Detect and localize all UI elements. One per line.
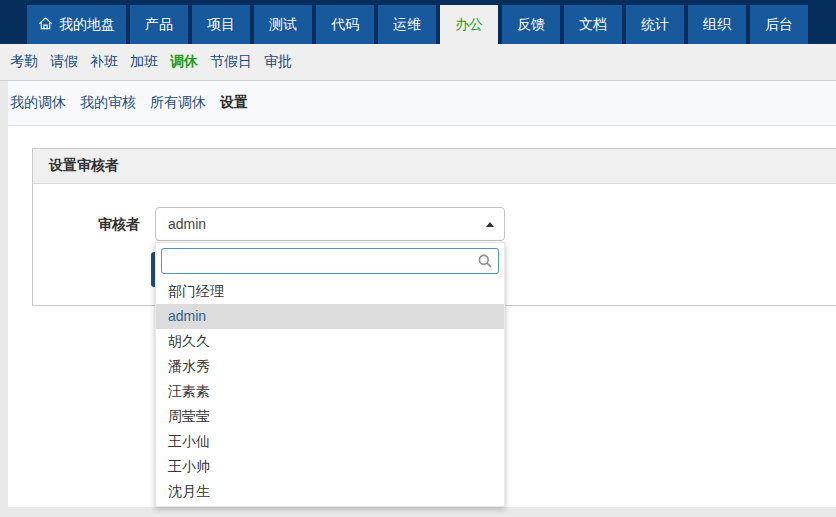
featurebar-item-all-lieu[interactable]: 所有调休 [150,94,206,112]
submenu-item-overtime[interactable]: 加班 [130,53,158,71]
nav-tab-feedback[interactable]: 反馈 [502,5,560,44]
dropdown-option[interactable]: 胡久久 [156,329,504,354]
featurebar-item-settings-active[interactable]: 设置 [220,94,248,112]
nav-tab-label: 代码 [331,16,359,34]
dropdown-option[interactable]: 王小仙 [156,429,504,454]
nav-tab-my-dashboard[interactable]: 我的地盘 [27,5,126,44]
dropdown-option[interactable]: 汪素素 [156,379,504,404]
nav-tab-label: 后台 [765,16,793,34]
featurebar-item-my-review[interactable]: 我的审核 [80,94,136,112]
submenu-item-attendance[interactable]: 考勤 [10,53,38,71]
nav-tab-admin[interactable]: 后台 [750,5,808,44]
nav-tab-label: 产品 [145,16,173,34]
dropdown-option[interactable]: 沈月生 [156,479,504,504]
nav-tab-label: 文档 [579,16,607,34]
nav-tab-label: 我的地盘 [59,16,115,34]
nav-tab-ops[interactable]: 运维 [378,5,436,44]
home-icon [38,16,53,34]
search-icon [477,253,493,272]
nav-tab-doc[interactable]: 文档 [564,5,622,44]
dropdown-option-selected[interactable]: admin [156,304,504,329]
reviewer-select-value: admin [168,216,206,232]
nav-tab-org[interactable]: 组织 [688,5,746,44]
dropdown-search-input[interactable] [161,248,499,274]
featurebar-item-my-lieu[interactable]: 我的调休 [10,94,66,112]
nav-tab-label: 反馈 [517,16,545,34]
feature-bar: 我的调休 我的审核 所有调休 设置 [8,81,836,126]
submenu-item-makeup[interactable]: 补班 [90,53,118,71]
nav-tab-label: 办公 [455,16,483,34]
nav-tab-code[interactable]: 代码 [316,5,374,44]
nav-tab-label: 组织 [703,16,731,34]
nav-tab-label: 项目 [207,16,235,34]
panel-title: 设置审核者 [33,149,836,184]
submenu-item-leave[interactable]: 请假 [50,53,78,71]
nav-tab-stats[interactable]: 统计 [626,5,684,44]
dropdown-option[interactable]: 部门经理 [156,279,504,304]
reviewer-label: 审核者 [30,207,140,241]
submenu-item-holiday[interactable]: 节假日 [210,53,252,71]
office-submenu: 考勤 请假 补班 加班 调休 节假日 审批 [0,44,836,81]
nav-tab-label: 运维 [393,16,421,34]
nav-tab-label: 测试 [269,16,297,34]
nav-tab-project[interactable]: 项目 [192,5,250,44]
nav-tab-product[interactable]: 产品 [130,5,188,44]
top-navbar: 我的地盘 产品 项目 测试 代码 运维 办公 反馈 文档 统计 组织 后台 [0,0,836,44]
submenu-item-lieu-active[interactable]: 调休 [170,53,198,71]
dropdown-search [161,248,499,274]
nav-tab-test[interactable]: 测试 [254,5,312,44]
dropdown-results: 部门经理 admin 胡久久 潘水秀 汪素素 周莹莹 王小仙 王小帅 沈月生 [156,279,504,504]
nav-tab-office-active[interactable]: 办公 [440,5,498,44]
submenu-item-approval[interactable]: 审批 [264,53,292,71]
dropdown-option[interactable]: 潘水秀 [156,354,504,379]
dropdown-option[interactable]: 周莹莹 [156,404,504,429]
reviewer-select[interactable]: admin [155,207,505,241]
nav-tab-label: 统计 [641,16,669,34]
caret-up-icon [486,222,494,227]
reviewer-dropdown: 部门经理 admin 胡久久 潘水秀 汪素素 周莹莹 王小仙 王小帅 沈月生 [155,242,505,507]
dropdown-option[interactable]: 王小帅 [156,454,504,479]
